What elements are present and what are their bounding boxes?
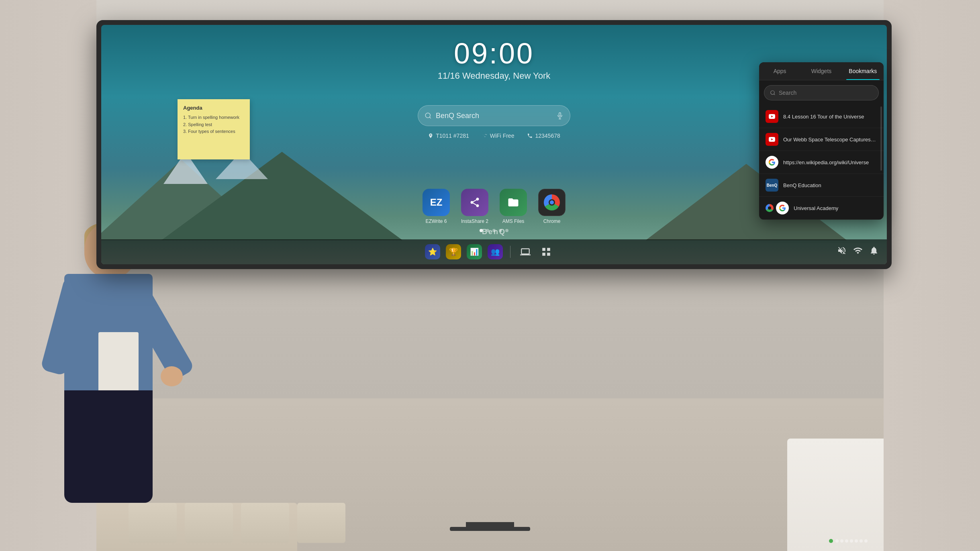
wall-right: [884, 0, 980, 551]
panel-search-input[interactable]: Search: [764, 85, 879, 100]
clock-time: 09:00: [438, 37, 550, 70]
tab-bookmarks[interactable]: Bookmarks: [842, 62, 884, 80]
chrome-google-icons: [766, 202, 789, 214]
bookmarks-panel: Apps Widgets Bookmarks Search 8.4 L: [759, 62, 884, 220]
benq-icon: BenQ: [766, 179, 778, 192]
amsfiles-label: AMS Files: [502, 218, 525, 224]
svg-rect-2: [559, 113, 561, 116]
wifi-status: WiFi Free: [482, 133, 514, 139]
panel-scrollbar[interactable]: [880, 106, 882, 171]
google-icon-2: [776, 202, 789, 214]
taskbar-screen-share[interactable]: [516, 243, 535, 261]
benq-edu-title: BenQ Education: [783, 182, 877, 188]
youtube-icon-2: [766, 133, 778, 146]
phone-text: 12345678: [535, 133, 560, 139]
wikipedia-text: https://en.wikipedia.org/wiki/Universe: [783, 159, 877, 165]
wikipedia-title: https://en.wikipedia.org/wiki/Universe: [783, 159, 877, 165]
chair-1: [129, 503, 177, 543]
svg-point-5: [771, 91, 774, 94]
svg-line-1: [429, 117, 431, 118]
clock-date: 11/16 Wednesday, New York: [438, 71, 550, 81]
taskbar-app-teams[interactable]: 👥: [486, 243, 504, 261]
microphone-icon[interactable]: [556, 112, 564, 119]
bookmark-item-benq[interactable]: BenQ BenQ Education: [759, 174, 884, 197]
clock-display: 09:00 11/16 Wednesday, New York: [438, 37, 550, 81]
phone-icon: [527, 133, 533, 139]
tab-apps[interactable]: Apps: [759, 62, 800, 80]
screen-info-bar: T1011 #7281 WiFi Free 12345678: [428, 133, 560, 139]
universal-academy-text: Universal Academy: [794, 205, 877, 211]
taskbar-grid[interactable]: [537, 243, 555, 261]
bookmark-item-webb[interactable]: Our Webb Space Telescope Captures a Cosm…: [759, 128, 884, 151]
app-chrome[interactable]: Chrome: [538, 189, 566, 224]
panel-search-area: Search: [759, 80, 884, 105]
taskbar-app-sheets[interactable]: 📊: [465, 243, 484, 261]
panel-tabs: Apps Widgets Bookmarks: [759, 62, 884, 80]
share-icon: [469, 197, 480, 208]
taskbar-wifi[interactable]: [853, 246, 863, 258]
chrome-small-icon: [766, 204, 774, 212]
benq-search-bar[interactable]: BenQ Search: [418, 105, 570, 126]
person-pants: [64, 390, 153, 503]
chair-3: [241, 503, 289, 543]
sticky-items: 1. Turn in spelling homework 2. Spelling…: [183, 114, 245, 135]
location-icon: [428, 133, 433, 139]
app-amsfiles[interactable]: AMS Files: [500, 189, 527, 224]
chair-2: [185, 503, 233, 543]
wifi-icon: [853, 246, 863, 255]
search-placeholder: BenQ Search: [436, 112, 552, 120]
google-icon-1: [766, 156, 778, 169]
taskbar-right-icons: [837, 246, 879, 258]
taskbar-mute[interactable]: [837, 246, 847, 258]
mute-icon: [837, 246, 847, 255]
phone-number: 12345678: [527, 133, 560, 139]
webb-text: Our Webb Space Telescope Captures a Cosm…: [783, 137, 877, 143]
bookmark-item-wikipedia[interactable]: https://en.wikipedia.org/wiki/Universe: [759, 151, 884, 174]
folder-icon: [507, 196, 519, 208]
bell-icon: [869, 246, 879, 255]
search-icon: [425, 112, 432, 119]
monitor-dots: [835, 539, 868, 543]
benq-edu-text: BenQ Education: [783, 182, 877, 188]
webb-title: Our Webb Space Telescope Captures a Cosm…: [783, 137, 877, 143]
wifi-status-icon: [482, 133, 488, 139]
monitor-indicator-row: [829, 539, 868, 543]
svg-point-0: [425, 113, 430, 118]
person-shirt: [64, 274, 153, 394]
screen-share-icon: [520, 247, 531, 257]
benq-brand-logo: BenQ: [482, 228, 506, 236]
taskbar: ⭐ 🏆 📊 👥: [101, 239, 887, 264]
instashare-icon: [461, 189, 488, 216]
bookmark-item-lesson-tour[interactable]: 8.4 Lesson 16 Tour of the Universe: [759, 105, 884, 128]
sticky-title: Agenda: [183, 105, 245, 111]
wifi-text: WiFi Free: [490, 133, 514, 139]
bookmark-list: 8.4 Lesson 16 Tour of the Universe Our W…: [759, 105, 884, 220]
chrome-app-icon: [538, 189, 566, 216]
taskbar-app-award[interactable]: 🏆: [444, 243, 463, 261]
tab-widgets[interactable]: Widgets: [800, 62, 842, 80]
sticky-item-1: 1. Turn in spelling homework: [183, 114, 245, 121]
instashare-label: InstaShare 2: [461, 218, 488, 224]
bookmark-item-universal[interactable]: Universal Academy: [759, 197, 884, 220]
taskbar-center-apps: ⭐ 🏆 📊 👥: [141, 243, 837, 261]
app-ezwrite[interactable]: EZ EZWrite 6: [423, 189, 450, 224]
youtube-icon-1: [766, 110, 778, 123]
lesson-tour-text: 8.4 Lesson 16 Tour of the Universe: [783, 114, 877, 120]
sticky-note: Agenda 1. Turn in spelling homework 2. S…: [178, 99, 250, 159]
device-id: T1011 #7281: [428, 133, 469, 139]
panel-search-placeholder: Search: [779, 90, 796, 96]
lesson-tour-title: 8.4 Lesson 16 Tour of the Universe: [783, 114, 877, 120]
device-id-text: T1011 #7281: [436, 133, 469, 139]
ezwrite-icon: EZ: [423, 189, 450, 216]
sticky-item-2: 2. Spelling test: [183, 121, 245, 129]
taskbar-app-star[interactable]: ⭐: [423, 243, 442, 261]
chrome-label: Chrome: [543, 218, 561, 224]
taskbar-divider: [510, 246, 510, 258]
chair-4: [297, 503, 345, 543]
app-instashare[interactable]: InstaShare 2: [461, 189, 488, 224]
taskbar-bell[interactable]: [869, 246, 879, 258]
grid-icon: [541, 247, 551, 257]
universal-academy-title: Universal Academy: [794, 205, 877, 211]
app-icons-row: EZ EZWrite 6 InstaShare 2: [423, 189, 566, 224]
monitor-base: [450, 527, 530, 531]
